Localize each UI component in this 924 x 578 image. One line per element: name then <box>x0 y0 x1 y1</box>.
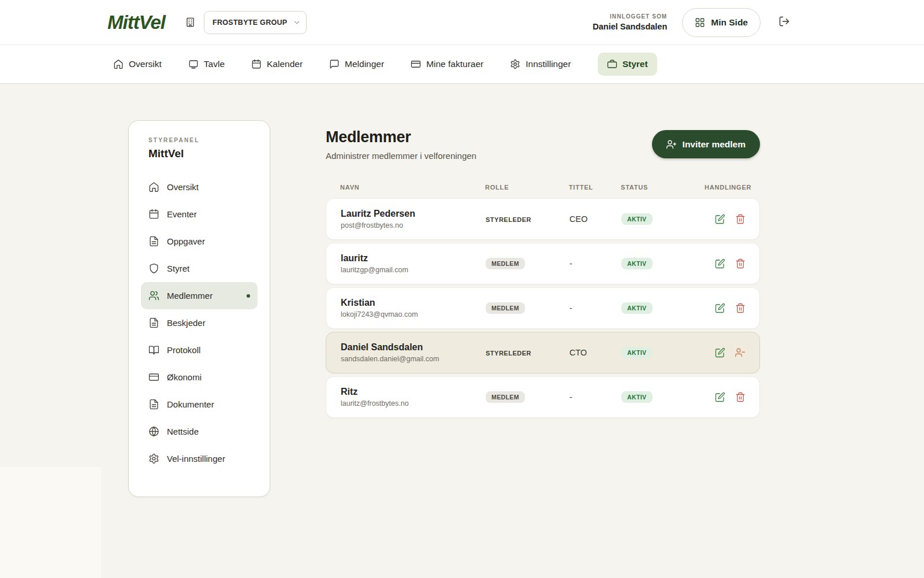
trash-icon <box>735 303 746 313</box>
edit-member-button[interactable] <box>714 213 726 225</box>
sidebar-item-okonomi[interactable]: Økonomi <box>141 364 258 391</box>
member-role: STYRELEDER <box>486 216 531 223</box>
sidebar-item-label: Protokoll <box>167 345 200 355</box>
column-header-rolle: ROLLE <box>485 184 569 191</box>
nav-item-label: Kalender <box>267 59 303 69</box>
nav-item-innstillinger[interactable]: Innstillinger <box>510 53 571 76</box>
nav-item-label: Styret <box>623 59 648 69</box>
sidebar-item-styret[interactable]: Styret <box>141 255 258 282</box>
status-badge: AKTIV <box>621 213 653 225</box>
calendar-icon <box>148 209 159 220</box>
member-name-cell: Ritz lauritz@frostbytes.no <box>341 387 486 407</box>
edit-member-button[interactable] <box>714 391 726 403</box>
member-email: lokoji7243@qvmao.com <box>341 310 486 318</box>
status-badge: AKTIV <box>621 302 653 314</box>
row-actions <box>705 213 747 225</box>
sidebar-item-label: Beskjeder <box>167 318 206 328</box>
member-role-badge: MEDLEM <box>486 302 525 314</box>
nav-item-label: Innstillinger <box>526 59 571 69</box>
logged-in-label: INNLOGGET SOM <box>593 13 667 20</box>
logout-button[interactable] <box>776 13 792 31</box>
logout-icon <box>778 16 790 27</box>
member-title: - <box>569 303 621 313</box>
sidebar-item-dokumenter[interactable]: Dokumenter <box>141 391 258 418</box>
sidebar-item-nettside[interactable]: Nettside <box>141 418 258 445</box>
member-name: lauritz <box>341 253 486 264</box>
app-root: MittVel FROSTBYTE GROUP AS INNLOGGET SOM… <box>0 0 924 84</box>
delete-member-button[interactable] <box>734 257 747 270</box>
member-role-badge: MEDLEM <box>486 258 525 269</box>
globe-icon <box>148 426 159 437</box>
delete-member-button[interactable] <box>734 213 747 225</box>
nav-item-label: Mine fakturaer <box>426 59 483 69</box>
member-row-ritz[interactable]: Ritz lauritz@frostbytes.no MEDLEM - AKTI… <box>326 376 760 418</box>
min-side-label: Min Side <box>711 17 748 28</box>
nav-item-mine-fakturaer[interactable]: Mine fakturaer <box>411 53 483 76</box>
member-role: STYRELEDER <box>486 350 531 357</box>
message-icon <box>329 59 340 69</box>
nav-item-label: Tavle <box>204 59 225 69</box>
sidebar-item-protokoll[interactable]: Protokoll <box>141 336 258 364</box>
nav-item-kalender[interactable]: Kalender <box>251 53 303 76</box>
column-header-handlinger: HANDLINGER <box>705 184 751 191</box>
member-row-kristian[interactable]: Kristian lokoji7243@qvmao.com MEDLEM - A… <box>326 287 760 329</box>
sidebar-item-eventer[interactable]: Eventer <box>141 201 258 228</box>
background-patch <box>0 467 101 578</box>
nav-item-styret[interactable]: Styret <box>598 53 657 76</box>
nav-item-label: Oversikt <box>129 59 162 69</box>
member-row-lauritz[interactable]: lauritz lauritzgp@gmail.com MEDLEM - AKT… <box>326 243 760 284</box>
grid-icon <box>695 17 705 28</box>
sidebar-item-oppgaver[interactable]: Oppgaver <box>141 228 258 255</box>
edit-icon <box>715 303 725 313</box>
member-name-cell: Lauritz Pedersen post@frostbytes.no <box>341 209 486 229</box>
sidebar-item-label: Oversikt <box>167 182 199 192</box>
sidebar-item-oversikt[interactable]: Oversikt <box>141 173 258 201</box>
sidebar-item-label: Vel-innstillinger <box>167 454 225 464</box>
book-icon <box>148 344 159 355</box>
sidebar-item-label: Nettside <box>167 427 199 436</box>
sidebar-item-label: Oppgaver <box>167 236 205 246</box>
delete-member-button[interactable] <box>734 391 747 403</box>
edit-icon <box>715 347 725 358</box>
org-select-wrap: FROSTBYTE GROUP AS <box>204 11 307 34</box>
member-title: CTO <box>569 348 621 357</box>
active-indicator-dot <box>247 294 250 298</box>
member-row-daniel-sandsdalen[interactable]: Daniel Sandsdalen sandsdalen.daniel@gmai… <box>326 332 760 373</box>
shield-icon <box>148 263 159 274</box>
logged-in-user-block: INNLOGGET SOM Daniel Sandsdalen <box>593 13 667 31</box>
sidebar-item-vel-innstillinger[interactable]: Vel-innstillinger <box>141 445 258 472</box>
panel-label: STYREPANEL <box>148 137 258 143</box>
nav-item-meldinger[interactable]: Meldinger <box>329 53 384 76</box>
remove-member-button[interactable] <box>734 346 747 359</box>
sidebar-item-label: Eventer <box>167 209 197 219</box>
member-row-lauritz-pedersen[interactable]: Lauritz Pedersen post@frostbytes.no STYR… <box>326 198 760 240</box>
sidebar-item-label: Styret <box>167 264 189 273</box>
styrepanel-sidebar: STYREPANEL MittVel Oversikt Eventer Oppg… <box>128 120 270 497</box>
member-name-cell: Kristian lokoji7243@qvmao.com <box>341 298 486 318</box>
sidebar-item-label: Dokumenter <box>167 399 214 409</box>
member-email: lauritzgp@gmail.com <box>341 266 486 274</box>
delete-member-button[interactable] <box>734 302 747 314</box>
min-side-button[interactable]: Min Side <box>682 8 761 37</box>
row-actions <box>705 302 747 314</box>
panel-title: MittVel <box>148 147 258 160</box>
edit-member-button[interactable] <box>714 302 726 314</box>
gear-icon <box>510 59 520 69</box>
trash-icon <box>735 258 746 269</box>
sidebar-nav: Oversikt Eventer Oppgaver Styret Medlemm… <box>141 173 258 472</box>
gear-icon <box>148 453 159 464</box>
edit-member-button[interactable] <box>714 346 726 359</box>
sidebar-item-medlemmer[interactable]: Medlemmer <box>141 282 258 309</box>
member-name: Lauritz Pedersen <box>341 209 486 219</box>
mittvel-logo[interactable]: MittVel <box>107 12 165 34</box>
top-navigation: Oversikt Tavle Kalender Meldinger Mine f… <box>0 45 924 84</box>
calendar-icon <box>251 59 262 69</box>
org-select[interactable]: FROSTBYTE GROUP AS <box>204 11 307 34</box>
edit-member-button[interactable] <box>714 257 726 270</box>
table-header-row: NAVN ROLLE TITTEL STATUS HANDLINGER <box>326 184 760 191</box>
nav-item-tavle[interactable]: Tavle <box>188 53 225 76</box>
sidebar-item-beskjeder[interactable]: Beskjeder <box>141 309 258 336</box>
nav-item-oversikt[interactable]: Oversikt <box>113 53 162 76</box>
invite-member-button[interactable]: Inviter medlem <box>652 130 760 158</box>
file-icon <box>148 399 159 410</box>
